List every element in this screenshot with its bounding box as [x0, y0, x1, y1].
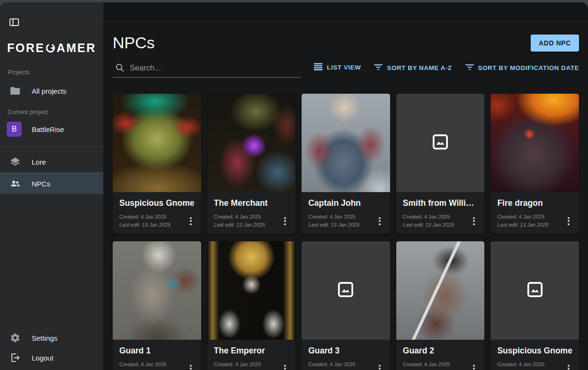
npc-card-image	[396, 241, 485, 340]
sort-by-name-label: SORT BY NAME A-Z	[387, 64, 452, 71]
page-header: NPCs ADD NPC	[113, 34, 579, 52]
npc-card[interactable]: Suspicious Gnome Created: 4 Jan 2025 Las…	[490, 241, 579, 370]
npc-card-dates: Created: 4 Jan 2025 Last edit: 13 Jan 20…	[308, 361, 359, 370]
card-menu-kebab-icon[interactable]	[187, 362, 195, 370]
npc-card-created: Created: 4 Jan 2025	[119, 361, 170, 369]
image-placeholder-icon	[526, 280, 544, 301]
sidebar-toggle-button[interactable]	[9, 17, 22, 30]
list-view-icon	[314, 63, 322, 72]
sidebar-item-current-project[interactable]: B BattleRise	[0, 115, 103, 143]
npc-card-image	[207, 241, 296, 340]
gear-icon	[9, 332, 21, 344]
npc-card-image	[302, 94, 390, 192]
npc-card-title: Captain John	[308, 198, 383, 208]
sidebar-item-logout[interactable]: Logout	[0, 348, 103, 368]
npc-card-created: Created: 4 Jan 2025	[119, 213, 170, 221]
npc-card-info: Captain John Created: 4 Jan 2025 Last ed…	[302, 192, 390, 234]
all-projects-label: All projects	[32, 87, 66, 95]
card-menu-kebab-icon[interactable]	[281, 215, 289, 227]
card-menu-kebab-icon[interactable]	[376, 215, 383, 227]
npc-card-dates: Created: 4 Jan 2025 Last edit: 13 Jan 20…	[214, 213, 265, 229]
npc-card-image	[113, 94, 201, 192]
npc-card-created: Created: 4 Jan 2025	[308, 213, 359, 221]
sort-by-date-button[interactable]: SORT BY MODIFICATION DATE	[465, 64, 579, 78]
card-menu-kebab-icon[interactable]	[565, 362, 572, 370]
npc-card[interactable]: Guard 3 Created: 4 Jan 2025 Last edit: 1…	[302, 241, 390, 370]
npc-card-title: Guard 2	[403, 346, 478, 356]
page-title: NPCs	[113, 34, 155, 52]
npc-card-dates: Created: 4 Jan 2025 Last edit: 13 Jan 20…	[497, 361, 548, 370]
list-view-button[interactable]: LIST VIEW	[314, 63, 361, 78]
npc-card-info: Suspicious Gnome Created: 4 Jan 2025 Las…	[490, 340, 579, 370]
npc-card-title: The Emperor	[214, 346, 289, 356]
npc-card-image	[302, 241, 390, 340]
npc-card-image	[207, 94, 296, 192]
search-field[interactable]	[113, 62, 301, 78]
npc-card[interactable]: Fire dragon Created: 4 Jan 2025 Last edi…	[490, 94, 579, 234]
npc-card-image	[490, 94, 579, 192]
sidebar-item-all-projects[interactable]: All projects	[0, 79, 103, 102]
filter-icon	[374, 64, 383, 72]
npc-card-created: Created: 4 Jan 2025	[214, 213, 265, 221]
npc-card-dates: Created: 4 Jan 2025 Last edit: 13 Jan 20…	[119, 213, 170, 229]
npc-card-last-edit: Last edit: 13 Jan 2025	[497, 221, 548, 229]
list-view-label: LIST VIEW	[327, 64, 361, 71]
npc-card-created: Created: 4 Jan 2025	[497, 361, 548, 369]
npc-card-title: Guard 3	[308, 346, 383, 356]
npc-card-title: Guard 1	[119, 346, 195, 356]
logout-label: Logout	[32, 354, 53, 362]
sidebar-toggle-icon	[9, 17, 20, 30]
logo-text-left: FORE	[7, 41, 45, 55]
npc-card-info: Guard 1 Created: 4 Jan 2025 Last edit: 1…	[113, 340, 201, 370]
npc-card[interactable]: The Merchant Created: 4 Jan 2025 Last ed…	[207, 94, 296, 234]
npc-card[interactable]: Guard 2 Created: 4 Jan 2025 Last edit: 1…	[396, 241, 485, 370]
sort-by-date-label: SORT BY MODIFICATION DATE	[478, 64, 579, 71]
sort-by-name-button[interactable]: SORT BY NAME A-Z	[374, 64, 452, 78]
sidebar-footer: Settings Logout	[0, 328, 103, 370]
npc-card[interactable]: Captain John Created: 4 Jan 2025 Last ed…	[302, 94, 390, 234]
npc-card[interactable]: Suspicious Gnome Created: 4 Jan 2025 Las…	[113, 94, 201, 234]
sidebar-item-settings[interactable]: Settings	[0, 328, 103, 348]
npc-card-dates: Created: 4 Jan 2025 Last edit: 13 Jan 20…	[308, 213, 359, 229]
npc-card-created: Created: 4 Jan 2025	[403, 361, 454, 369]
npc-card[interactable]: Smith from Willia… Created: 4 Jan 2025 L…	[396, 94, 485, 234]
layers-icon	[9, 156, 21, 167]
npc-card-info: The Emperor Created: 4 Jan 2025 Last edi…	[207, 340, 296, 370]
image-placeholder-icon	[336, 280, 355, 301]
sidebar-item-npcs[interactable]: NPCs	[0, 173, 103, 194]
npc-card-image	[490, 241, 579, 340]
npc-card-dates: Created: 4 Jan 2025 Last edit: 13 Jan 20…	[119, 361, 170, 370]
npc-card[interactable]: The Emperor Created: 4 Jan 2025 Last edi…	[207, 241, 296, 370]
npc-card-title: The Merchant	[214, 198, 289, 208]
npc-card-info: Guard 3 Created: 4 Jan 2025 Last edit: 1…	[302, 340, 390, 370]
npc-grid: Suspicious Gnome Created: 4 Jan 2025 Las…	[113, 94, 579, 370]
npc-card-dates: Created: 4 Jan 2025 Last edit: 13 Jan 20…	[403, 213, 454, 229]
npc-card-dates: Created: 4 Jan 2025 Last edit: 13 Jan 20…	[497, 213, 548, 229]
card-menu-kebab-icon[interactable]	[470, 362, 478, 370]
npc-card-image	[396, 94, 485, 192]
npc-card-image	[113, 241, 201, 340]
npc-card-last-edit: Last edit: 13 Jan 2025	[308, 221, 359, 229]
npc-card-created: Created: 4 Jan 2025	[497, 213, 548, 221]
card-menu-kebab-icon[interactable]	[470, 215, 478, 227]
npc-card-title: Suspicious Gnome	[497, 346, 572, 356]
npc-card-info: Guard 2 Created: 4 Jan 2025 Last edit: 1…	[396, 340, 485, 370]
npc-card[interactable]: Guard 1 Created: 4 Jan 2025 Last edit: 1…	[113, 241, 201, 370]
card-menu-kebab-icon[interactable]	[281, 362, 289, 370]
card-menu-kebab-icon[interactable]	[187, 215, 195, 227]
project-name-label: BattleRise	[32, 125, 64, 133]
card-menu-kebab-icon[interactable]	[376, 362, 383, 370]
npc-card-created: Created: 4 Jan 2025	[308, 361, 359, 369]
people-icon	[9, 178, 21, 189]
add-npc-button[interactable]: ADD NPC	[531, 35, 579, 52]
filter-icon	[465, 64, 474, 72]
npc-card-title: Smith from Willia…	[403, 198, 478, 208]
sidebar-spacer	[0, 194, 103, 328]
content-area: NPCs ADD NPC	[104, 21, 588, 370]
sidebar-item-lore[interactable]: Lore	[0, 151, 103, 173]
search-input[interactable]	[130, 63, 301, 72]
npc-card-title: Fire dragon	[497, 198, 572, 208]
current-project-caption: Current project	[8, 109, 103, 115]
app-logo: FORE AMER	[7, 41, 103, 55]
card-menu-kebab-icon[interactable]	[565, 215, 572, 227]
